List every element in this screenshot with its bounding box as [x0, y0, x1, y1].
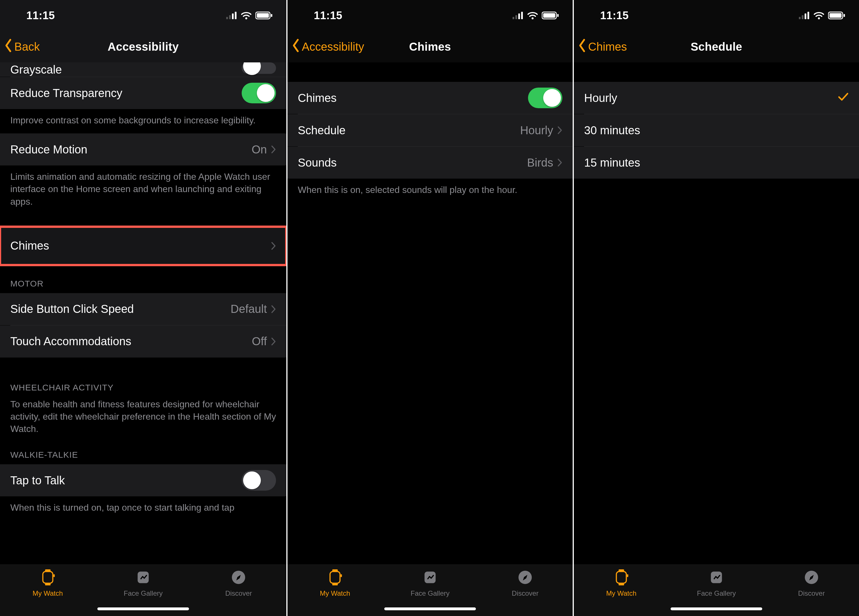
reduce-transparency-note: Improve contrast on some backgrounds to …	[0, 109, 286, 133]
section-header-walkie: WALKIE-TALKIE	[0, 442, 286, 464]
checkmark-icon	[838, 91, 849, 105]
wifi-icon	[814, 11, 824, 19]
row-chimes[interactable]: Chimes	[0, 227, 286, 265]
reduce-transparency-toggle[interactable]	[242, 83, 276, 103]
row-reduce-transparency[interactable]: Reduce Transparency	[0, 77, 286, 109]
status-indicators	[799, 11, 846, 20]
battery-icon	[542, 11, 559, 20]
face-gallery-icon	[134, 569, 152, 588]
option-label: Hourly	[584, 92, 617, 104]
triple-screenshot-stage: 11:15 Back Accessibility Grayscale Redu	[0, 0, 859, 616]
tap-to-talk-label: Tap to Talk	[10, 474, 65, 487]
tab-my-watch[interactable]: My Watch	[574, 569, 669, 597]
row-option-hourly[interactable]: Hourly	[574, 82, 859, 114]
grayscale-toggle[interactable]	[242, 62, 276, 74]
back-button[interactable]: Accessibility	[292, 31, 364, 62]
tab-discover[interactable]: Discover	[191, 569, 286, 597]
status-time: 11:15	[302, 9, 342, 22]
chimes-label: Chimes	[298, 92, 337, 104]
row-option-15-minutes[interactable]: 15 minutes	[574, 147, 859, 179]
chevron-right-icon	[271, 337, 276, 346]
section-header-wheelchair: WHEELCHAIR ACTIVITY	[0, 357, 286, 397]
tab-label: Face Gallery	[411, 589, 450, 597]
tab-label: My Watch	[33, 589, 63, 597]
tab-label: My Watch	[606, 589, 637, 597]
tab-discover[interactable]: Discover	[478, 569, 573, 597]
row-sounds[interactable]: Sounds Birds	[287, 147, 573, 179]
row-side-button-click-speed[interactable]: Side Button Click Speed Default	[0, 293, 286, 325]
row-option-30-minutes[interactable]: 30 minutes	[574, 114, 859, 146]
nav-bar: Back Accessibility	[0, 31, 286, 62]
side-button-label: Side Button Click Speed	[10, 303, 134, 315]
chevron-right-icon	[271, 242, 276, 250]
nav-bar: Accessibility Chimes	[287, 31, 573, 62]
section-header-motor: MOTOR	[0, 265, 286, 293]
home-indicator[interactable]	[671, 607, 762, 610]
status-bar: 11:15	[287, 0, 573, 31]
chevron-right-icon	[271, 145, 276, 154]
tab-label: Discover	[225, 589, 252, 597]
row-chimes-toggle[interactable]: Chimes	[287, 82, 573, 114]
reduce-motion-label: Reduce Motion	[10, 143, 87, 156]
chevron-left-icon	[578, 39, 586, 55]
reduce-motion-value: On	[252, 143, 267, 156]
tab-my-watch[interactable]: My Watch	[287, 569, 383, 597]
tab-face-gallery[interactable]: Face Gallery	[383, 569, 478, 597]
tab-label: Discover	[512, 589, 538, 597]
tab-discover[interactable]: Discover	[764, 569, 859, 597]
chevron-left-icon	[4, 39, 12, 55]
compass-icon	[230, 569, 248, 588]
schedule-label: Schedule	[298, 124, 345, 137]
watch-icon	[39, 569, 57, 588]
chimes-label: Chimes	[10, 239, 49, 252]
tab-face-gallery[interactable]: Face Gallery	[669, 569, 764, 597]
content-scroll[interactable]: Chimes Schedule Hourly Sounds Birds When…	[287, 62, 573, 616]
option-label: 30 minutes	[584, 124, 640, 137]
chimes-toggle[interactable]	[528, 87, 562, 108]
home-indicator[interactable]	[97, 607, 189, 610]
touch-accommodations-label: Touch Accommodations	[10, 335, 131, 348]
tab-my-watch[interactable]: My Watch	[0, 569, 95, 597]
schedule-value: Hourly	[520, 124, 553, 137]
status-bar: 11:15	[574, 0, 859, 31]
chevron-right-icon	[271, 305, 276, 313]
face-gallery-icon	[421, 569, 439, 588]
chevron-left-icon	[292, 39, 300, 55]
watch-icon	[612, 569, 631, 588]
back-label: Chimes	[588, 41, 627, 53]
row-tap-to-talk[interactable]: Tap to Talk	[0, 464, 286, 496]
touch-accommodations-value: Off	[252, 335, 267, 348]
reduce-transparency-label: Reduce Transparency	[10, 87, 122, 100]
reduce-motion-note: Limits animation and automatic resizing …	[0, 165, 286, 215]
status-time: 11:15	[588, 9, 629, 22]
row-schedule[interactable]: Schedule Hourly	[287, 114, 573, 146]
chimes-note: When this is on, selected sounds will pl…	[287, 179, 573, 203]
row-grayscale[interactable]: Grayscale	[0, 62, 286, 77]
compass-icon	[802, 569, 821, 588]
cellular-signal-icon	[799, 11, 810, 20]
face-gallery-icon	[707, 569, 726, 588]
screen-chimes: 11:15 Accessibility Chimes Chimes Schedu	[286, 0, 573, 616]
back-label: Accessibility	[302, 41, 364, 53]
chevron-right-icon	[557, 158, 562, 167]
screen-accessibility: 11:15 Back Accessibility Grayscale Redu	[0, 0, 286, 616]
tap-to-talk-note: When this is turned on, tap once to star…	[0, 496, 286, 514]
page-title: Accessibility	[0, 41, 286, 53]
back-button[interactable]: Chimes	[578, 31, 627, 62]
cellular-signal-icon	[226, 11, 237, 20]
back-button[interactable]: Back	[4, 31, 40, 62]
home-indicator[interactable]	[384, 607, 476, 610]
status-indicators	[226, 11, 273, 20]
nav-bar: Chimes Schedule	[574, 31, 859, 62]
content-scroll[interactable]: Hourly 30 minutes 15 minutes	[574, 62, 859, 616]
tab-face-gallery[interactable]: Face Gallery	[95, 569, 191, 597]
watch-icon	[326, 569, 344, 588]
content-scroll[interactable]: Grayscale Reduce Transparency Improve co…	[0, 62, 286, 616]
wifi-icon	[528, 11, 538, 19]
row-touch-accommodations[interactable]: Touch Accommodations Off	[0, 326, 286, 357]
side-button-value: Default	[231, 303, 267, 315]
row-reduce-motion[interactable]: Reduce Motion On	[0, 133, 286, 165]
tab-label: Face Gallery	[124, 589, 162, 597]
wheelchair-note: To enable health and fitness features de…	[0, 397, 286, 442]
tap-to-talk-toggle[interactable]	[242, 470, 276, 491]
